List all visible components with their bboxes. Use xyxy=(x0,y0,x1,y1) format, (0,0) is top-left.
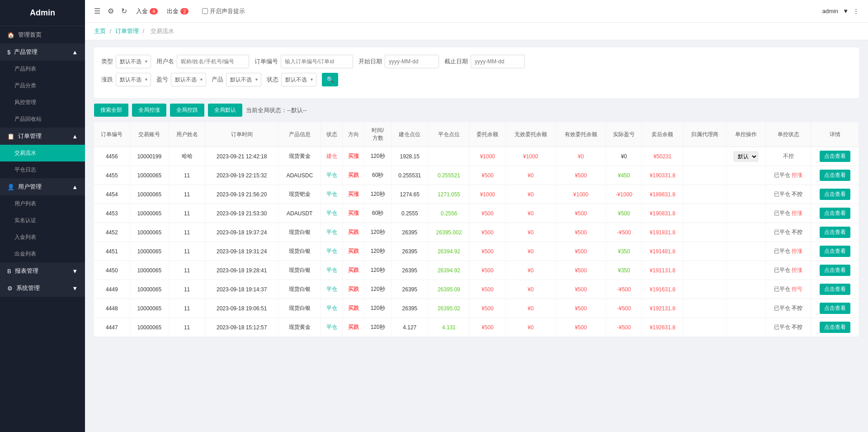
sidebar-item-deposit-list[interactable]: 入金列表 xyxy=(0,229,85,246)
search-button[interactable]: 🔍 xyxy=(322,73,338,86)
sidebar-item-real-name[interactable]: 实名认证 xyxy=(0,212,85,229)
td-single-control xyxy=(726,166,766,185)
view-detail-button[interactable]: 点击查看 xyxy=(820,284,850,295)
sidebar-item-close-log[interactable]: 平仓日志 xyxy=(0,161,85,178)
admin-user[interactable]: admin xyxy=(822,8,838,14)
single-control-select[interactable]: 默认 xyxy=(734,152,758,161)
end-date-input[interactable] xyxy=(471,55,525,68)
menu-icon[interactable]: ☰ xyxy=(94,7,100,15)
td-balance-after: ¥191831.8 xyxy=(642,223,683,242)
sidebar-item-trade-flow[interactable]: 交易流水 xyxy=(0,145,85,161)
type-select[interactable]: 默认不选 xyxy=(116,55,151,68)
td-account: 10000065 xyxy=(130,204,169,223)
rise-fall-select[interactable]: 默认不选 xyxy=(116,73,151,86)
global-rise-button[interactable]: 全局控涨 xyxy=(132,104,166,117)
td-agent xyxy=(683,280,726,299)
td-valid-entrust: ¥500 xyxy=(556,318,606,337)
td-account: 10000199 xyxy=(130,147,169,166)
view-detail-button[interactable]: 点击查看 xyxy=(820,246,850,257)
td-order-no: 4454 xyxy=(94,185,130,204)
table-row: 4452 10000065 11 2023-09-18 19:37:24 现货白… xyxy=(94,223,859,242)
global-default-button[interactable]: 全局默认 xyxy=(208,104,242,117)
td-product: 现货黄金 xyxy=(278,318,321,337)
search-all-button[interactable]: 搜索全部 xyxy=(94,104,128,117)
sidebar-item-product-list[interactable]: 产品列表 xyxy=(0,61,85,77)
td-account: 10000065 xyxy=(130,223,169,242)
order-no-label: 订单编号 xyxy=(255,57,278,66)
th-account: 交易账号 xyxy=(130,122,169,147)
th-order-time: 订单时间 xyxy=(205,122,278,147)
settings-icon[interactable]: ⚙ xyxy=(108,7,114,15)
content-area: 类型 默认不选 用户名 订单编号 开始日期 xyxy=(85,40,868,432)
td-balance-after: ¥189831.8 xyxy=(642,185,683,204)
status-select[interactable]: 默认不选 xyxy=(281,73,316,86)
td-entrust: ¥500 xyxy=(470,204,506,223)
account-select[interactable]: 默认不选 xyxy=(171,73,206,86)
sidebar-group-user[interactable]: 👤 用户管理 ▲ xyxy=(0,178,85,195)
refresh-icon[interactable]: ↻ xyxy=(121,7,127,15)
td-order-time: 2023-09-18 19:37:24 xyxy=(205,223,278,242)
view-detail-button[interactable]: 点击查看 xyxy=(820,265,850,276)
td-valid-entrust: ¥500 xyxy=(556,280,606,299)
td-username: 11 xyxy=(169,318,205,337)
user-dropdown-icon[interactable]: ▼ xyxy=(843,8,849,14)
td-single-status: 已平仓 不控 xyxy=(766,299,811,318)
td-close-price: 26394.92 xyxy=(428,261,469,280)
view-detail-button[interactable]: 点击查看 xyxy=(820,170,850,181)
view-detail-button[interactable]: 点击查看 xyxy=(820,303,850,314)
td-invalid-entrust: ¥0 xyxy=(505,261,556,280)
td-single-control xyxy=(726,261,766,280)
td-valid-entrust: ¥500 xyxy=(556,261,606,280)
td-balance-after: ¥191481.8 xyxy=(642,242,683,261)
sidebar-item-user-list[interactable]: 用户列表 xyxy=(0,195,85,212)
td-order-no: 4455 xyxy=(94,166,130,185)
td-open-price: 0.255531 xyxy=(391,166,428,185)
outflow-badge[interactable]: 出金 2 xyxy=(167,7,189,15)
td-single-control xyxy=(726,242,766,261)
sidebar-group-product[interactable]: $ 产品管理 ▲ xyxy=(0,43,85,61)
table-row: 4449 10000065 11 2023-09-18 19:14:37 现货白… xyxy=(94,280,859,299)
breadcrumb-home[interactable]: 主页 xyxy=(94,28,106,34)
td-account: 10000065 xyxy=(130,280,169,299)
td-account: 10000065 xyxy=(130,318,169,337)
start-date-label: 开始日期 xyxy=(359,57,382,66)
more-icon[interactable]: ⋮ xyxy=(853,8,859,14)
sidebar-item-product-category[interactable]: 产品分类 xyxy=(0,77,85,94)
report-icon: B xyxy=(7,268,11,275)
control-text: 不控 xyxy=(792,191,802,197)
th-close-price: 平仓点位 xyxy=(428,122,469,147)
view-detail-button[interactable]: 点击查看 xyxy=(820,189,850,200)
view-detail-button[interactable]: 点击查看 xyxy=(820,227,850,238)
breadcrumb-order[interactable]: 订单管理 xyxy=(115,28,139,34)
td-order-time: 2023-09-19 21:56:20 xyxy=(205,185,278,204)
td-balance-after: ¥192631.8 xyxy=(642,318,683,337)
view-detail-button[interactable]: 点击查看 xyxy=(820,208,850,219)
sidebar-group-report[interactable]: B 报表管理 ▼ xyxy=(0,262,85,280)
td-detail: 点击查看 xyxy=(811,299,859,318)
sidebar-group-order[interactable]: 📋 订单管理 ▲ xyxy=(0,128,85,145)
th-detail: 详情 xyxy=(811,122,859,147)
td-valid-entrust: ¥500 xyxy=(556,166,606,185)
product-select[interactable]: 默认不选 xyxy=(226,73,261,86)
inflow-badge[interactable]: 入金 4 xyxy=(136,7,158,15)
outflow-label: 出金 xyxy=(167,7,179,15)
order-no-input[interactable] xyxy=(281,55,353,68)
td-actual-pnl: ¥500 xyxy=(606,204,642,223)
sound-toggle[interactable]: 开启声音提示 xyxy=(202,7,245,15)
sidebar-group-system[interactable]: ⚙ 系统管理 ▼ xyxy=(0,280,85,297)
view-detail-button[interactable]: 点击查看 xyxy=(820,151,850,162)
sidebar-item-home[interactable]: 🏠 管理首页 xyxy=(0,26,85,43)
sidebar-item-withdraw-list[interactable]: 出金列表 xyxy=(0,246,85,262)
view-detail-button[interactable]: 点击查看 xyxy=(820,322,850,333)
table-header-row: 订单编号 交易账号 用户姓名 订单时间 产品信息 状态 方向 时间/方数 建仓点… xyxy=(94,122,859,147)
td-actual-pnl: ¥0 xyxy=(606,147,642,166)
td-agent xyxy=(683,147,726,166)
global-fall-button[interactable]: 全局控跌 xyxy=(170,104,204,117)
td-detail: 点击查看 xyxy=(811,185,859,204)
username-input[interactable] xyxy=(177,55,249,68)
start-date-input[interactable] xyxy=(385,55,439,68)
sidebar-item-risk-control[interactable]: 风控管理 xyxy=(0,94,85,111)
sound-checkbox[interactable] xyxy=(202,8,208,14)
sidebar-item-product-recycle[interactable]: 产品回收站 xyxy=(0,111,85,128)
td-order-time: 2023-09-19 22:15:32 xyxy=(205,166,278,185)
